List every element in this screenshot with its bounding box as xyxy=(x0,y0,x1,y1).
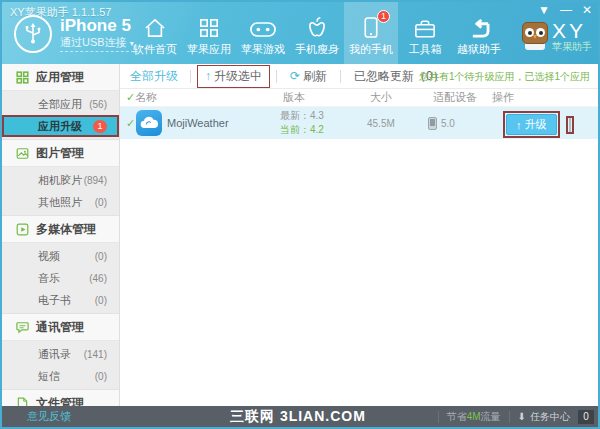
logo-subtitle: 苹果助手 xyxy=(552,42,592,52)
version-latest: 最新：4.3 xyxy=(280,110,324,121)
brand-logo: XY 苹果助手 xyxy=(522,20,592,52)
slim-icon xyxy=(308,16,326,38)
device-version: 5.0 xyxy=(441,118,455,129)
app-window: XY苹果助手 1.1.1.57 ▼ — ✕ xyxy=(0,0,600,429)
file-icon xyxy=(16,397,29,407)
connection-dropdown[interactable]: 通过USB连接 ▾ xyxy=(60,35,134,52)
table-row[interactable]: ✓ MojiWeather 最新：4.3 当前：4.2 45.5M 5.0 xyxy=(120,107,598,139)
sidebar-item-music[interactable]: 音乐 (46) xyxy=(2,267,119,289)
nav-jailbreak[interactable]: 越狱助手 xyxy=(452,2,506,64)
feedback-link[interactable]: 意见反馈 xyxy=(27,409,71,424)
ignore-annotation-box xyxy=(566,116,574,134)
download-icon: ⬇ xyxy=(518,411,526,422)
apps-icon xyxy=(199,16,219,38)
moji-weather-app-icon xyxy=(136,110,162,136)
top-nav: 软件首页 苹果应用 苹果游戏 手机瘦身 xyxy=(128,2,506,64)
device-cell: 5.0 xyxy=(428,117,455,130)
main-content: 全部升级 ↑ 升级选中 ⟳ 刷新 已忽略更新（0） 您共有1个待升级应用，已选择… xyxy=(120,64,598,406)
sidebar: 应用管理 全部应用 (56) 应用升级 1 图片管理 相机胶片 (89 xyxy=(2,64,120,406)
app-name: MojiWeather xyxy=(167,117,229,129)
media-icon xyxy=(16,223,29,236)
col-header-name: 名称 xyxy=(135,90,157,105)
nav-apple-games[interactable]: 苹果游戏 xyxy=(236,2,290,64)
section-photo-management: 图片管理 xyxy=(2,140,119,167)
nav-toolbox[interactable]: 工具箱 xyxy=(398,2,452,64)
logo-brand: XY xyxy=(552,20,592,41)
phone-icon xyxy=(364,16,378,38)
jailbreak-icon xyxy=(469,16,490,38)
phone-small-icon xyxy=(428,117,437,130)
section-file-management: 文件管理 xyxy=(2,390,119,406)
section-contacts-management: 通讯管理 xyxy=(2,314,119,341)
nav-my-phone[interactable]: 我的手机 1 xyxy=(344,2,398,64)
up-arrow-icon: ↑ xyxy=(516,119,522,131)
row-checkbox[interactable]: ✓ xyxy=(126,117,135,130)
minimize-button[interactable]: — xyxy=(560,5,572,15)
owl-mascot-icon xyxy=(522,22,548,50)
upgrade-annotation-box: ↑ 升级 xyxy=(503,111,560,138)
sidebar-item-all-apps[interactable]: 全部应用 (56) xyxy=(2,93,119,115)
upgrade-all-button[interactable]: 全部升级 xyxy=(124,66,184,87)
upgrade-button[interactable]: ↑ 升级 xyxy=(506,114,557,135)
header: XY苹果助手 1.1.1.57 ▼ — ✕ xyxy=(2,2,598,64)
home-icon xyxy=(144,16,166,38)
sidebar-item-sms[interactable]: 短信 (0) xyxy=(2,365,119,387)
upgrade-count-badge: 1 xyxy=(93,120,107,133)
sidebar-item-camera-roll[interactable]: 相机胶片 (894) xyxy=(2,169,119,191)
sidebar-item-app-upgrade[interactable]: 应用升级 1 xyxy=(2,115,119,137)
app-size: 45.5M xyxy=(367,118,395,129)
sidebar-item-contacts[interactable]: 通讯录 (141) xyxy=(2,343,119,365)
photos-icon xyxy=(16,147,29,160)
games-icon xyxy=(250,16,276,38)
device-info: iPhone 5 通过USB连接 ▾ xyxy=(14,15,134,53)
ignore-icon[interactable] xyxy=(569,118,571,132)
upgrade-selected-button[interactable]: ↑ 升级选中 xyxy=(197,65,270,88)
traffic-saved: 节省4M流量 xyxy=(447,410,501,424)
col-header-action: 操作 xyxy=(492,90,514,105)
usb-icon xyxy=(14,15,52,53)
watermark: 三联网 3LIAN.COM xyxy=(230,408,366,426)
refresh-button[interactable]: ⟳ 刷新 xyxy=(283,66,334,87)
nav-apple-apps[interactable]: 苹果应用 xyxy=(182,2,236,64)
sidebar-item-videos[interactable]: 视频 (0) xyxy=(2,245,119,267)
device-name: iPhone 5 xyxy=(60,16,134,35)
chat-bubble-icon xyxy=(16,321,29,334)
col-header-size: 大小 xyxy=(370,90,392,105)
version-cell: 最新：4.3 当前：4.2 xyxy=(280,109,324,137)
col-header-device: 适配设备 xyxy=(433,90,477,105)
section-media-management: 多媒体管理 xyxy=(2,216,119,243)
version-current: 当前：4.2 xyxy=(280,124,324,135)
col-header-version: 版本 xyxy=(283,90,305,105)
upgrade-notice: 您共有1个待升级应用，已选择1个应用 xyxy=(419,70,590,84)
section-app-management: 应用管理 xyxy=(2,64,119,91)
nav-phone-slim[interactable]: 手机瘦身 xyxy=(290,2,344,64)
refresh-icon: ⟳ xyxy=(290,69,300,83)
nav-software-home[interactable]: 软件首页 xyxy=(128,2,182,64)
status-bar: 意见反馈 三联网 3LIAN.COM 节省4M流量 ⬇ 任务中心 0 xyxy=(2,406,598,427)
task-center-button[interactable]: ⬇ 任务中心 xyxy=(518,410,570,424)
toolbar: 全部升级 ↑ 升级选中 ⟳ 刷新 已忽略更新（0） 您共有1个待升级应用，已选择… xyxy=(120,64,598,89)
toolbox-icon xyxy=(414,16,436,38)
apps-grid-icon xyxy=(16,71,29,84)
task-count-badge[interactable]: 0 xyxy=(578,410,594,424)
table-header: ✓ 名称 版本 大小 适配设备 操作 xyxy=(120,89,598,107)
select-all-checkbox[interactable]: ✓ xyxy=(126,91,135,104)
up-arrow-icon: ↑ xyxy=(205,69,211,83)
my-phone-badge: 1 xyxy=(377,10,390,23)
menu-arrow-icon[interactable]: ▼ xyxy=(538,5,550,15)
sidebar-item-other-photos[interactable]: 其他照片 (0) xyxy=(2,191,119,213)
close-button[interactable]: ✕ xyxy=(582,5,592,15)
sidebar-item-ebooks[interactable]: 电子书 (0) xyxy=(2,289,119,311)
